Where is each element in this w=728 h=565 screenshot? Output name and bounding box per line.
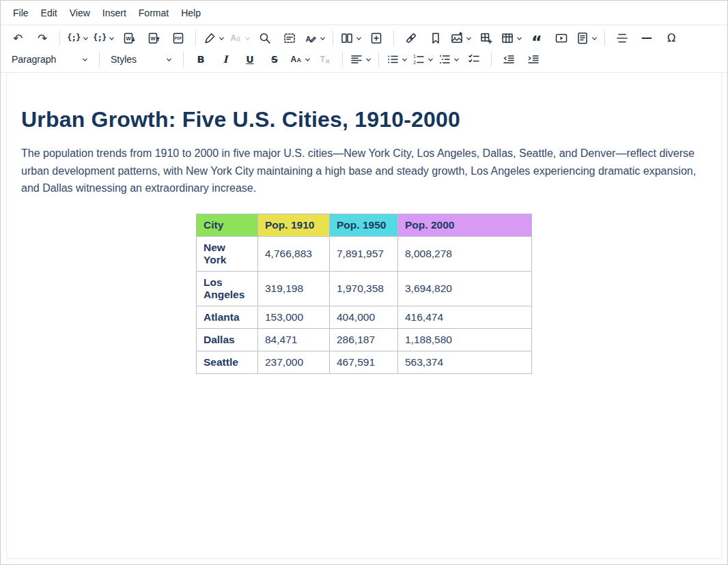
table-data-cell[interactable]: 3,694,820 xyxy=(398,271,532,306)
checklist-button[interactable] xyxy=(462,50,486,69)
table-row-header-cell[interactable]: Seattle xyxy=(197,351,258,373)
table-data-cell[interactable]: 84,471 xyxy=(258,328,330,351)
redo-button[interactable]: ↷ xyxy=(30,29,55,48)
page-layout-menu[interactable] xyxy=(338,29,364,48)
data-table[interactable]: CityPop. 1910Pop. 1950Pop. 2000New York4… xyxy=(196,214,532,374)
toolbar-separator xyxy=(491,52,492,67)
chevron-down-icon xyxy=(320,35,326,42)
underline-icon: U xyxy=(243,53,257,66)
code-sample-menu[interactable]: {;} xyxy=(65,29,91,48)
outdent-button[interactable] xyxy=(496,50,521,69)
horizontal-rule-icon xyxy=(640,31,654,45)
blockquote-button[interactable]: “ xyxy=(524,29,549,48)
undo-button[interactable]: ↶ xyxy=(5,29,30,48)
table-menu[interactable] xyxy=(499,29,524,48)
media-button[interactable] xyxy=(549,29,574,48)
alignment-menu[interactable] xyxy=(348,50,374,69)
menu-bar: FileEditViewInsertFormatHelp xyxy=(1,1,727,25)
table-data-cell[interactable]: 7,891,957 xyxy=(330,236,398,271)
special-character-button[interactable]: Ω xyxy=(659,29,684,48)
import-word-button[interactable]: W xyxy=(117,29,141,48)
table-row-header-cell[interactable]: New York xyxy=(197,236,258,271)
table-data-cell[interactable]: 1,970,358 xyxy=(330,271,398,306)
code-snippet-icon: {;} xyxy=(93,31,107,45)
chevron-down-icon xyxy=(453,57,460,63)
menu-file[interactable]: File xyxy=(7,4,35,22)
table-data-cell[interactable]: 404,000 xyxy=(330,306,398,328)
table-data-cell[interactable]: 8,008,278 xyxy=(398,236,532,271)
columns-icon xyxy=(340,31,354,45)
italic-button[interactable]: I xyxy=(213,50,238,69)
insert-table-button[interactable] xyxy=(474,29,499,48)
page-break-button[interactable] xyxy=(610,29,634,48)
horizontal-rule-button[interactable] xyxy=(634,29,659,48)
table-header-cell[interactable]: Pop. 1950 xyxy=(330,214,398,236)
table-row-header-cell[interactable]: Los Angeles xyxy=(197,271,258,306)
multilevel-list-menu[interactable] xyxy=(436,50,462,69)
visual-blocks-icon xyxy=(283,31,296,45)
menu-format[interactable]: Format xyxy=(132,4,175,22)
toolbar-separator xyxy=(333,31,333,46)
table-data-cell[interactable]: 416,474 xyxy=(398,306,532,328)
table-header-cell[interactable]: Pop. 1910 xyxy=(258,214,330,236)
rich-text-editor-window: FileEditViewInsertFormatHelp ↶↷{;}{;}WWP… xyxy=(0,0,728,565)
table-data-cell[interactable]: 4,766,883 xyxy=(258,236,330,271)
link-button[interactable] xyxy=(399,29,423,48)
table-data-cell[interactable]: 563,374 xyxy=(398,351,532,373)
export-word-button[interactable]: W xyxy=(141,29,166,48)
table-data-cell[interactable]: 286,187 xyxy=(330,328,398,351)
menu-insert[interactable]: Insert xyxy=(96,4,132,22)
doc-word-import-icon: W xyxy=(122,31,136,45)
table-row-header-cell[interactable]: Atlanta xyxy=(197,306,258,328)
indent-button[interactable] xyxy=(521,50,546,69)
chevron-down-icon xyxy=(466,35,472,42)
table-data-cell[interactable]: 237,000 xyxy=(258,351,330,373)
table-header-cell[interactable]: Pop. 2000 xyxy=(398,214,532,236)
list-check-icon xyxy=(467,53,481,66)
table-data-cell[interactable]: 153,000 xyxy=(258,306,330,328)
menu-edit[interactable]: Edit xyxy=(35,4,64,22)
document-heading[interactable]: Urban Growth: Five U.S. Cities, 1910-200… xyxy=(21,107,707,132)
permanent-pen-menu[interactable]: A xyxy=(302,29,328,48)
editor-content[interactable]: Urban Growth: Five U.S. Cities, 1910-200… xyxy=(6,73,722,559)
paragraph-format-select[interactable]: Paragraph xyxy=(5,50,94,69)
bold-button[interactable]: B xyxy=(188,50,213,69)
table-row: New York4,766,8837,891,9578,008,278 xyxy=(197,236,532,271)
toolbar-separator xyxy=(342,52,343,67)
clear-format-icon: T xyxy=(318,53,332,66)
form-menu[interactable] xyxy=(574,29,600,48)
strikethrough-button[interactable]: S xyxy=(262,50,287,69)
link-icon xyxy=(404,31,418,45)
search-icon xyxy=(258,31,272,45)
capitalization-menu[interactable]: AA xyxy=(287,50,313,69)
insert-image-menu[interactable] xyxy=(448,29,474,48)
chevron-down-icon xyxy=(109,35,115,42)
styles-select[interactable]: Styles xyxy=(104,50,178,69)
table-data-cell[interactable]: 467,591 xyxy=(330,351,398,373)
bookmark-button[interactable] xyxy=(423,29,448,48)
code-snippet-menu[interactable]: {;} xyxy=(91,29,117,48)
toolbar-separator xyxy=(604,31,605,46)
page-break-icon xyxy=(615,31,629,45)
table-row: Atlanta153,000404,000416,474 xyxy=(197,306,532,328)
visual-blocks-button[interactable] xyxy=(277,29,302,48)
chevron-down-icon xyxy=(365,57,372,63)
chevron-down-icon xyxy=(83,35,89,42)
document-paragraph[interactable]: The population trends from 1910 to 2000 … xyxy=(21,145,699,197)
find-replace-button[interactable] xyxy=(253,29,277,48)
doc-word-export-icon: W xyxy=(147,31,160,45)
underline-button[interactable]: U xyxy=(238,50,262,69)
numbered-list-menu[interactable]: 12 xyxy=(410,50,436,69)
bullet-list-menu[interactable] xyxy=(384,50,410,69)
table-row-header-cell[interactable]: Dallas xyxy=(197,328,258,351)
menu-help[interactable]: Help xyxy=(175,4,207,22)
table-data-cell[interactable]: 319,198 xyxy=(258,271,330,306)
insert-template-button[interactable] xyxy=(364,29,389,48)
format-painter-menu[interactable] xyxy=(201,29,227,48)
menu-view[interactable]: View xyxy=(64,4,96,22)
export-pdf-button[interactable]: PDF xyxy=(166,29,191,48)
text-case-menu: Aa xyxy=(227,29,253,48)
table-header-cell[interactable]: City xyxy=(197,214,258,236)
table-data-cell[interactable]: 1,188,580 xyxy=(398,328,532,351)
toolbar-row-2: ParagraphStylesBIUSAAT12 xyxy=(1,49,727,73)
